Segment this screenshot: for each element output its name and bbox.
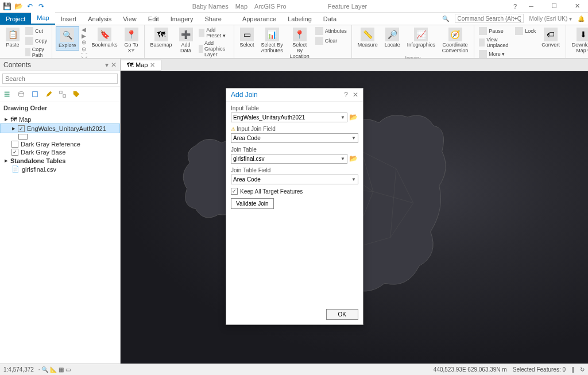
tab-imagery[interactable]: Imagery: [165, 13, 199, 25]
group-inquiry: 📏Measure 🔎Locate 📈Infographics 🧭Coordina…: [352, 25, 475, 58]
dialog-close-icon[interactable]: ✕: [353, 91, 358, 99]
tab-edit[interactable]: Edit: [142, 13, 165, 25]
select-by-attributes-button[interactable]: 📊Select By Attributes: [259, 26, 285, 55]
pause-drawing-icon[interactable]: ‖: [571, 366, 574, 373]
dialog-titlebar[interactable]: Add Join ? ✕: [226, 88, 363, 102]
select-button[interactable]: ▭Select: [238, 26, 257, 49]
toc-layer-symbol[interactable]: [0, 133, 120, 140]
toc-tree: ▸🗺Map ▸EngWales_UnitaryAuth2021 Dark Gra…: [0, 114, 120, 175]
dialog-help-icon[interactable]: ?: [344, 91, 348, 99]
paste-button[interactable]: 📋Paste: [3, 26, 22, 49]
notification-icon[interactable]: 🔔: [578, 16, 585, 22]
input-table-label: Input Table: [231, 105, 358, 111]
bookmarks-button[interactable]: 🔖Bookmarks: [90, 26, 120, 49]
coords-label: 440,523.93E 629,063.39N m: [434, 366, 507, 373]
copy-path-button[interactable]: Copy Path: [24, 46, 48, 59]
toc-layer-engwales[interactable]: ▸EngWales_UnitaryAuth2021: [0, 123, 120, 133]
list-labeling-icon[interactable]: [71, 89, 82, 99]
svg-rect-2: [5, 96, 10, 97]
convert-button[interactable]: 🏷Convert: [539, 26, 562, 49]
toc-standalone-tables[interactable]: ▸Standalone Tables: [0, 156, 120, 165]
join-table-field-combo[interactable]: Area Code▼: [231, 175, 358, 184]
keep-all-checkbox[interactable]: [231, 188, 238, 195]
toc-map-node[interactable]: ▸🗺Map: [0, 115, 120, 123]
join-table-combo[interactable]: girlsfinal.csv▼: [231, 154, 347, 164]
clear-button[interactable]: Clear: [314, 36, 348, 45]
locate-button[interactable]: 🔎Locate: [382, 26, 403, 49]
refresh-icon[interactable]: ↻: [580, 366, 585, 373]
toc-layer-dark-base[interactable]: Dark Gray Base: [0, 148, 120, 156]
maximize-icon[interactable]: ☐: [546, 1, 563, 11]
attributes-button[interactable]: Attributes: [314, 26, 348, 36]
download-map-button[interactable]: ⬇Download Map ▾: [570, 26, 588, 55]
more-labeling-button[interactable]: More ▾: [478, 49, 512, 59]
ribbon-tabs: Project Map Insert Analysis View Edit Im…: [0, 13, 588, 25]
pane-close-icon[interactable]: ✕: [111, 61, 117, 69]
cut-button[interactable]: Cut: [24, 26, 48, 36]
tab-view[interactable]: View: [117, 13, 142, 25]
ok-button[interactable]: OK: [326, 309, 358, 320]
basemap-button[interactable]: 🗺Basemap: [148, 26, 175, 49]
infographics-button[interactable]: 📈Infographics: [405, 26, 438, 49]
redo-icon[interactable]: ↷: [37, 2, 46, 11]
input-table-combo[interactable]: EngWales_UnitaryAuth2021▼: [231, 113, 347, 122]
scale-controls[interactable]: · 🔍 📐 ▦ ▭: [38, 366, 71, 373]
measure-button[interactable]: 📏Measure: [355, 26, 380, 49]
pause-button[interactable]: Pause: [478, 26, 512, 36]
list-editing-icon[interactable]: [44, 89, 54, 99]
tab-insert[interactable]: Insert: [55, 13, 83, 25]
list-selection-icon[interactable]: [30, 89, 40, 99]
tab-appearance[interactable]: Appearance: [237, 13, 282, 25]
layer-checkbox[interactable]: [11, 149, 18, 156]
list-snapping-icon[interactable]: [57, 89, 68, 99]
validate-join-button[interactable]: Validate Join: [231, 198, 274, 209]
input-join-field-combo[interactable]: Area Code▼: [231, 133, 358, 143]
account-label[interactable]: Molly (Esri UK) ▾: [529, 16, 572, 22]
minimize-icon[interactable]: ─: [523, 1, 540, 11]
selected-features-label[interactable]: Selected Features: 0: [513, 366, 566, 373]
command-search-input[interactable]: [455, 14, 524, 23]
drawing-order-label: Drawing Order: [0, 102, 120, 114]
group-selection: ▭Select 📊Select By Attributes 📍Select By…: [234, 25, 352, 58]
toc-layer-dark-ref[interactable]: Dark Gray Reference: [0, 140, 120, 148]
tab-analysis[interactable]: Analysis: [82, 13, 117, 25]
tab-share[interactable]: Share: [199, 13, 227, 25]
browse-icon[interactable]: 📂: [349, 154, 358, 164]
goto-xy-button[interactable]: 📍Go To XY: [122, 26, 141, 55]
pane-menu-icon[interactable]: ▾: [105, 61, 109, 69]
add-graphics-button[interactable]: Add Graphics Layer: [198, 40, 230, 58]
browse-icon[interactable]: 📂: [349, 113, 358, 122]
layer-checkbox[interactable]: [11, 141, 18, 148]
undo-icon[interactable]: ↶: [25, 2, 34, 11]
tab-project[interactable]: Project: [0, 13, 31, 25]
add-preset-button[interactable]: Add Preset ▾: [198, 26, 230, 39]
lock-button[interactable]: Lock: [514, 26, 537, 36]
explore-button[interactable]: 🔍Explore: [56, 26, 79, 51]
scale-label[interactable]: 1:4,574,372: [3, 366, 34, 373]
coord-conversion-button[interactable]: 🧭Coordinate Conversion: [440, 26, 471, 55]
close-icon[interactable]: ✕: [568, 1, 586, 11]
keep-all-checkbox-row[interactable]: Keep All Target Features: [231, 188, 358, 195]
tab-labeling[interactable]: Labeling: [282, 13, 318, 25]
ribbon: 📋Paste Cut Copy Copy Path Clipboard 🔍Exp…: [0, 25, 588, 59]
contents-search-input[interactable]: [2, 74, 118, 84]
tab-map[interactable]: Map: [31, 12, 55, 25]
save-icon[interactable]: 💾: [2, 2, 11, 11]
svg-rect-1: [5, 94, 10, 95]
copy-button[interactable]: Copy: [24, 36, 48, 45]
help-icon[interactable]: ?: [513, 3, 517, 10]
quick-access-toolbar: 💾 📂 ↶ ↷: [2, 2, 46, 11]
tab-close-icon[interactable]: ✕: [150, 61, 155, 69]
map-tab-active[interactable]: 🗺Map✕: [121, 60, 161, 71]
open-icon[interactable]: 📂: [14, 2, 23, 11]
list-source-icon[interactable]: [16, 89, 26, 99]
layer-checkbox[interactable]: [18, 125, 25, 132]
view-unplaced-button[interactable]: View Unplaced: [478, 36, 512, 49]
title-right: ? ─ ☐ ✕: [513, 1, 586, 11]
tab-data[interactable]: Data: [318, 13, 342, 25]
toc-table-girlsfinal[interactable]: 📄girlsfinal.csv: [0, 165, 120, 173]
add-data-button[interactable]: ➕Add Data: [177, 26, 195, 55]
list-drawing-order-icon[interactable]: [2, 89, 13, 99]
select-by-location-button[interactable]: 📍Select By Location: [288, 26, 312, 61]
svg-rect-0: [5, 92, 10, 93]
